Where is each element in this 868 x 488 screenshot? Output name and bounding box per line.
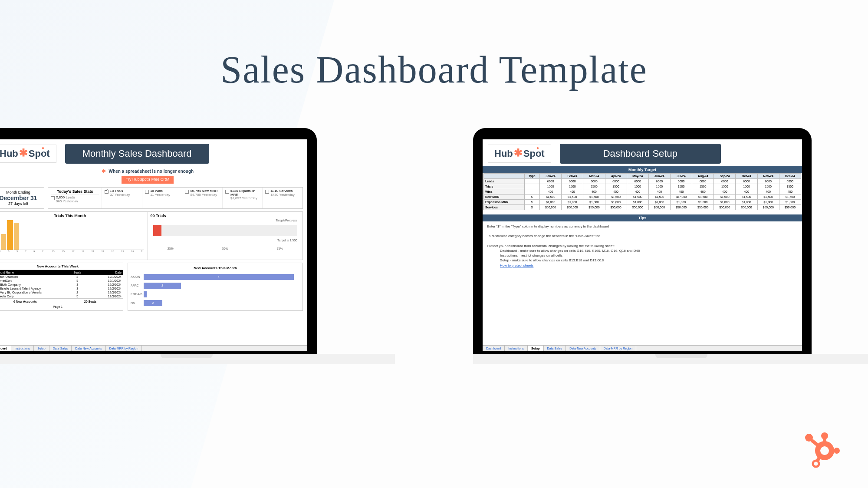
- sheet-tab[interactable]: Instructions: [505, 346, 528, 351]
- monthly-target-table: TypeJan-24Feb-24Mar-24Apr-24May-24Jun-24…: [483, 173, 801, 210]
- try-crm-button[interactable]: Try HubSpot's Free CRM: [122, 176, 174, 184]
- left-header-row: Hub✱Spo●t Monthly Sales Dashboard: [0, 139, 307, 166]
- tick: 50%: [222, 247, 228, 250]
- accounts-page: Page 1: [0, 304, 123, 309]
- sheet-tabs-left: DashboardInstructionsSetupData-SalesData…: [0, 345, 307, 351]
- stat-value: $6,794 New MRR: [190, 189, 217, 193]
- tip-line: Protect your dashboard from accidental c…: [487, 244, 798, 248]
- checkbox-icon[interactable]: [185, 190, 189, 194]
- protect-sheets-link[interactable]: How to protect sheets: [500, 264, 533, 267]
- stats-title: Today's Sales Stats: [51, 189, 99, 195]
- tick: 25%: [168, 247, 174, 250]
- table-row[interactable]: Stratton Oakmont212/1/2024: [0, 275, 123, 279]
- bottom-row: New Accounts This Week Account Name Seat…: [0, 263, 303, 311]
- sheet-tab[interactable]: Instructions: [11, 346, 34, 351]
- laptop-left: Hub✱Spo●t Monthly Sales Dashboard ✱ When…: [0, 128, 395, 365]
- laptop-base: [0, 354, 395, 364]
- stat-value: $310 Services: [270, 189, 293, 193]
- stat-trials[interactable]: 18 Trials37 Yesterday: [105, 189, 139, 197]
- checkbox-icon[interactable]: [265, 190, 269, 194]
- sheet-tab[interactable]: Data-MRR by Region: [106, 346, 142, 351]
- checkbox-icon[interactable]: [105, 190, 108, 194]
- tick: 75%: [277, 247, 283, 250]
- sheet-tab[interactable]: Data-MRR by Region: [600, 346, 637, 351]
- table-row[interactable]: The Bluth Company312/2/2024: [0, 283, 123, 287]
- trials-bar-area: [0, 219, 144, 250]
- trials-x-axis: 135791113151719212325272931: [0, 250, 144, 253]
- foot-right: 20 Seats: [58, 299, 123, 304]
- stat-sub: $4,705 Yesterday: [190, 193, 217, 197]
- right-title-bar: Dashboard Setup: [560, 144, 721, 164]
- stat-sub: 37 Yesterday: [110, 193, 130, 197]
- sheet-tab[interactable]: Dashboard: [483, 346, 505, 351]
- sheet-tab[interactable]: Data-Sales: [544, 346, 566, 351]
- tip-sub: Dashboard - make sure to allow changes o…: [500, 248, 798, 253]
- accounts-header: Account Name Seats Date: [0, 270, 123, 275]
- month-ending-sub: 27 days left: [0, 201, 39, 206]
- stat-leads[interactable]: 2,850 Leads965 Yesterday: [51, 196, 99, 204]
- promo-text: When a spreadsheet is no longer enough: [109, 169, 194, 174]
- table-row[interactable]: Expansion MRR$$1,800$1,800$1,800$1,800$1…: [484, 200, 801, 205]
- checkbox-icon[interactable]: [51, 196, 55, 200]
- table-row[interactable]: Leads60006000600060006000600060006000600…: [484, 179, 801, 184]
- sheet-tab[interactable]: Setup: [528, 346, 543, 351]
- sheet-tab[interactable]: Data-Sales: [49, 346, 72, 351]
- progress-target: Target is 1,500: [277, 239, 297, 242]
- stat-wins[interactable]: 18 Wins11 Yesterday: [145, 189, 180, 197]
- accounts-week-title: New Accounts This Week: [0, 263, 123, 270]
- hbar-row: NA2: [131, 300, 300, 306]
- stat-exp-mrr[interactable]: $230 Expansion MRR$1,097 Yesterday: [225, 189, 260, 201]
- laptop-row: Hub✱Spo●t Monthly Sales Dashboard ✱ When…: [0, 128, 868, 365]
- trials-progress-chart: 90 Trials Target/Progress Target is 1,50…: [148, 212, 303, 260]
- table-row[interactable]: New MRR$$1,500$1,500$1,500$1,500$1,500$1…: [484, 195, 801, 200]
- stat-value: 18 Wins: [150, 189, 163, 193]
- checkbox-icon[interactable]: [145, 190, 149, 194]
- col-seats: Seats: [65, 270, 90, 275]
- progress-fill: [153, 225, 162, 236]
- trials-bar: [14, 223, 19, 250]
- hubspot-logo: Hub✱Spo●t: [488, 145, 551, 163]
- hubspot-corner-icon: [803, 430, 842, 471]
- tip-line: Enter "$" in the "Type" column to displa…: [487, 224, 798, 229]
- stat-services[interactable]: $310 Services$430 Yesterday: [265, 189, 300, 197]
- col-date: Date: [90, 270, 123, 275]
- month-ending-box: Month Ending December 31 27 days left: [0, 187, 44, 209]
- table-row[interactable]: Trials1500150015001500150015001500150015…: [484, 184, 801, 189]
- trials-month-chart: Trials This Month 1357911131517192123252…: [0, 212, 148, 260]
- sheet-tab[interactable]: Dashboard: [0, 346, 11, 351]
- left-title-bar: Monthly Sales Dashboard: [65, 144, 209, 164]
- hbar-row: AXION4: [131, 274, 300, 280]
- hbar-row: EMEA-B: [131, 291, 300, 297]
- table-row[interactable]: Umbrella Corp512/3/2024: [0, 294, 123, 298]
- progress-track: [153, 225, 298, 236]
- accounts-month-title: New Accounts This Month: [131, 265, 300, 271]
- trials-bar: [1, 234, 6, 250]
- month-ending-date: December 31: [0, 195, 39, 201]
- table-row[interactable]: The Very Big Corporation of Americ212/3/…: [0, 290, 123, 294]
- stat-sub: $1,097 Yesterday: [230, 196, 257, 200]
- tip-line: To customize category names change the h…: [487, 234, 798, 238]
- page-title: Sales Dashboard Template: [0, 48, 868, 92]
- progress-ticks: 25% 50% 75%: [153, 247, 298, 250]
- sheet-tab[interactable]: Data-New Accounts: [72, 346, 105, 351]
- stat-value: 2,850 Leads: [56, 195, 75, 199]
- progress-label: Target/Progress: [276, 219, 297, 222]
- stat-new-mrr[interactable]: $6,794 New MRR$4,705 Yesterday: [185, 189, 220, 197]
- hubspot-logo: Hub✱Spo●t: [0, 145, 56, 163]
- table-row[interactable]: The Estelle Leonard Talent Agency312/2/2…: [0, 287, 123, 290]
- right-header-row: Hub✱Spo●t Dashboard Setup: [483, 139, 802, 166]
- sheet-tab[interactable]: Data-New Accounts: [566, 346, 600, 351]
- month-ending-label: Month Ending: [0, 190, 39, 195]
- laptop-left-bezel: Hub✱Spo●t Monthly Sales Dashboard ✱ When…: [0, 128, 317, 355]
- table-row[interactable]: Services$$50,000$50,000$50,000$50,000$50…: [484, 205, 801, 210]
- table-row[interactable]: Wins400400400400400400400400400400400400: [484, 189, 801, 195]
- todays-stats-row: Today's Sales Stats 2,850 Leads965 Yeste…: [48, 187, 303, 209]
- table-row[interactable]: TelAmeriCorp512/1/2024: [0, 279, 123, 283]
- hbar-row: APAC2: [131, 283, 300, 289]
- accounts-month-box: New Accounts This Month AXION4APAC2EMEA-…: [128, 263, 303, 311]
- sheet-tab[interactable]: Setup: [34, 346, 49, 351]
- trials-bar: [7, 220, 13, 250]
- tip-sub: Setup - make sure to allow changes on ce…: [500, 258, 798, 263]
- stat-sub: 965 Yesterday: [56, 199, 78, 203]
- checkbox-icon[interactable]: [225, 190, 229, 194]
